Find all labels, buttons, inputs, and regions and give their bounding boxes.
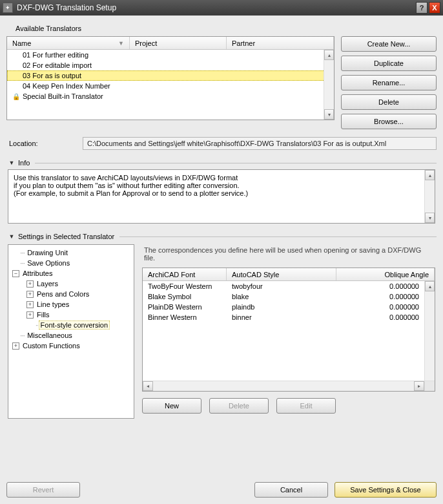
scroll-left-icon[interactable]: ◂ xyxy=(143,381,153,391)
table-row[interactable]: TwoByFour Westerntwobyfour0.000000 xyxy=(143,281,435,291)
browse-button[interactable]: Browse... xyxy=(341,114,437,129)
font-hscroll[interactable]: ◂ ▸ xyxy=(143,381,424,391)
col-name[interactable]: Name▼ xyxy=(7,37,130,49)
tree-item-fills[interactable]: +Fills xyxy=(10,310,132,320)
settings-header[interactable]: ▼ Settings in Selected Translator xyxy=(6,233,437,240)
new-font-button[interactable]: New xyxy=(142,398,201,414)
lock-icon: 🔒 xyxy=(12,93,20,100)
list-item[interactable]: 01 For further editing xyxy=(7,50,334,60)
delete-font-button[interactable]: Delete xyxy=(209,398,269,414)
col-project[interactable]: Project xyxy=(130,37,227,49)
translators-header[interactable]: Name▼ Project Partner xyxy=(7,37,334,50)
info-scrollbar[interactable]: ▴ ▾ xyxy=(424,170,435,223)
expand-icon[interactable]: + xyxy=(26,291,34,298)
edit-font-button[interactable]: Edit xyxy=(276,398,336,414)
col-oblique-angle[interactable]: Oblique Angle xyxy=(336,268,435,280)
scroll-up-icon[interactable]: ▴ xyxy=(425,170,435,180)
scroll-right-icon[interactable]: ▸ xyxy=(414,381,424,391)
col-partner[interactable]: Partner xyxy=(227,37,334,49)
delete-button[interactable]: Delete xyxy=(341,94,437,110)
location-label: Location: xyxy=(6,140,76,147)
create-new-button[interactable]: Create New... xyxy=(341,36,437,52)
scroll-up-icon[interactable]: ▴ xyxy=(425,281,435,291)
close-button[interactable]: X xyxy=(429,2,440,14)
font-table[interactable]: ArchiCAD Font AutoCAD Style Oblique Angl… xyxy=(142,268,435,392)
scroll-corner xyxy=(424,381,435,391)
app-icon: ✦ xyxy=(3,3,13,13)
help-button[interactable]: ? xyxy=(416,2,428,14)
tree-item-custom[interactable]: +Custom Functions xyxy=(10,341,132,351)
scroll-up-icon[interactable]: ▴ xyxy=(324,50,334,60)
info-header[interactable]: ▼ Info xyxy=(6,159,437,167)
collapse-icon: ▼ xyxy=(8,160,15,166)
scroll-down-icon[interactable]: ▾ xyxy=(425,213,435,223)
tree-item-attributes[interactable]: −Attributes xyxy=(10,268,132,278)
expand-icon[interactable]: + xyxy=(26,280,34,288)
info-text: Use this translator to save ArchiCAD lay… xyxy=(8,169,435,224)
list-scrollbar[interactable]: ▴ ▾ xyxy=(324,50,334,120)
tree-item-layers[interactable]: +Layers xyxy=(10,278,132,289)
sort-arrow-icon: ▼ xyxy=(118,40,124,47)
revert-button[interactable]: Revert xyxy=(6,482,80,498)
list-item[interactable]: 🔒Special Built-in Translator xyxy=(7,91,334,101)
table-row[interactable]: PlainDB Westernplaindb0.000000 xyxy=(143,302,435,312)
table-row[interactable]: Blake Symbolblake0.000000 xyxy=(143,291,435,302)
settings-description: The correspondences you define here will… xyxy=(142,244,435,268)
location-field: C:\Documents and Settings\jeff white\Gra… xyxy=(83,137,437,150)
table-row[interactable]: Binner Westernbinner0.000000 xyxy=(143,312,435,322)
tree-item-save-options[interactable]: ····Save Options xyxy=(10,258,132,268)
list-item[interactable]: 02 For editable import xyxy=(7,60,334,70)
tree-item-fontstyle[interactable]: ··Font-style conversion xyxy=(10,320,132,330)
font-vscroll[interactable]: ▴ ▾ xyxy=(424,281,435,391)
tree-item-drawing-unit[interactable]: ····Drawing Unit xyxy=(10,247,132,258)
save-close-button[interactable]: Save Settings & Close xyxy=(335,482,437,498)
available-label: Available Translators xyxy=(15,25,434,32)
collapse-icon[interactable]: − xyxy=(12,270,19,277)
tree-item-pens[interactable]: +Pens and Colors xyxy=(10,289,132,299)
list-item[interactable]: 04 Keep Pen Index Number xyxy=(7,81,334,91)
col-autocad-style[interactable]: AutoCAD Style xyxy=(227,268,336,280)
translators-list[interactable]: Name▼ Project Partner 01 For further edi… xyxy=(6,36,335,120)
font-table-header[interactable]: ArchiCAD Font AutoCAD Style Oblique Angl… xyxy=(143,268,435,281)
rename-button[interactable]: Rename... xyxy=(341,75,437,90)
col-archicad-font[interactable]: ArchiCAD Font xyxy=(143,268,227,280)
cancel-button[interactable]: Cancel xyxy=(254,482,328,498)
collapse-icon: ▼ xyxy=(8,233,15,240)
tree-item-linetypes[interactable]: +Line types xyxy=(10,299,132,310)
duplicate-button[interactable]: Duplicate xyxy=(341,56,437,71)
expand-icon[interactable]: + xyxy=(26,301,34,308)
window-title: DXF-DWG Translation Setup xyxy=(17,3,415,12)
scroll-down-icon[interactable]: ▾ xyxy=(324,109,334,120)
settings-tree[interactable]: ····Drawing Unit ····Save Options −Attri… xyxy=(8,244,134,419)
list-item[interactable]: 03 For as is output xyxy=(7,70,334,81)
expand-icon[interactable]: + xyxy=(12,342,19,350)
expand-icon[interactable]: + xyxy=(26,311,34,319)
tree-item-misc[interactable]: ····Miscellaneous xyxy=(10,330,132,341)
